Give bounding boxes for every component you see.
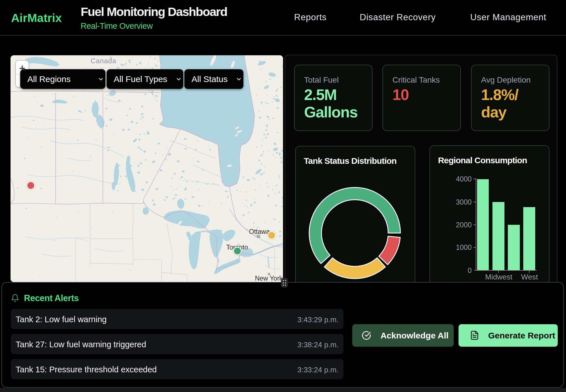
svg-text:New York: New York	[255, 275, 283, 282]
svg-text:West: West	[521, 273, 538, 281]
svg-text:Canada: Canada	[91, 57, 116, 65]
svg-text:0: 0	[468, 266, 472, 274]
svg-text:2000: 2000	[456, 221, 472, 229]
svg-text:4000: 4000	[456, 175, 472, 183]
svg-text:Midwest: Midwest	[485, 273, 512, 281]
svg-text:Ottawa: Ottawa	[249, 228, 270, 235]
svg-text:3000: 3000	[456, 198, 472, 206]
svg-text:1000: 1000	[456, 243, 472, 251]
